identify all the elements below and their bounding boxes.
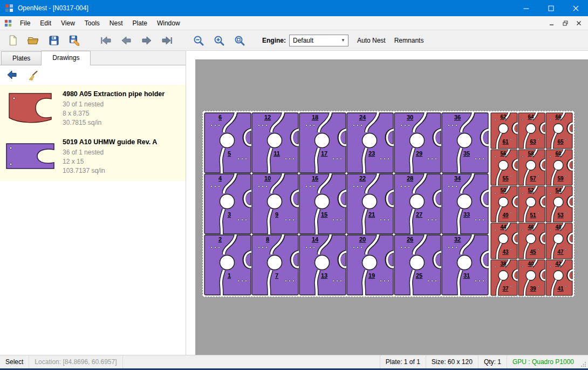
open-folder-icon — [27, 34, 40, 47]
clear-drawings-button[interactable] — [26, 68, 41, 83]
part-number: 57 — [530, 176, 536, 181]
drill-hole — [289, 280, 291, 282]
tab-plates[interactable]: Plates — [1, 51, 42, 65]
nest-canvas[interactable]: 6 5 12 11 18 17 24 23 30 29 36 — [195, 59, 588, 355]
nest-part-pair[interactable]: 54 53 — [545, 186, 573, 223]
nest-part-pair[interactable]: 38 37 — [490, 259, 518, 296]
nest-part-pair[interactable]: 24 23 — [346, 112, 394, 173]
auto-nest-button[interactable]: Auto Nest — [357, 37, 386, 44]
nest-part-pair[interactable]: 20 19 — [346, 234, 394, 295]
previous-plate-icon — [120, 35, 132, 46]
part-number: 24 — [359, 114, 366, 120]
nest-part-pair[interactable]: 26 25 — [394, 234, 441, 295]
part-number: 53 — [557, 212, 564, 218]
maximize-button[interactable] — [538, 0, 563, 16]
mdi-restore-button[interactable] — [559, 18, 571, 28]
nest-part-pair[interactable]: 56 55 — [490, 149, 518, 186]
nest-part-pair[interactable]: 62 61 — [490, 112, 518, 149]
nest-part-pair[interactable]: 30 29 — [394, 112, 441, 173]
resize-grip[interactable] — [579, 355, 588, 368]
drill-hole — [218, 186, 220, 187]
nest-part-pair[interactable]: 46 45 — [518, 223, 545, 259]
nest-part-pair[interactable]: 60 59 — [545, 149, 573, 186]
drill-hole — [289, 158, 291, 160]
nest-part-pair[interactable]: 44 43 — [490, 223, 518, 259]
mdi-document-icon — [4, 19, 12, 27]
save-as-button[interactable] — [66, 32, 83, 49]
import-arrow-icon — [5, 69, 18, 82]
last-plate-button[interactable] — [159, 32, 176, 49]
nest-part-pair[interactable]: 40 39 — [518, 259, 545, 296]
new-file-button[interactable] — [4, 32, 22, 49]
app-icon — [5, 4, 13, 12]
nest-part-pair[interactable]: 36 35 — [441, 112, 489, 173]
menu-edit[interactable]: Edit — [35, 17, 56, 29]
drill-hole — [495, 193, 496, 194]
zoom-in-button[interactable] — [210, 32, 228, 49]
nest-part-pair[interactable]: 16 15 — [299, 173, 346, 234]
drawing-list-item-2[interactable]: 5019 A10 UHMW guide Rev. A 36 of 1 neste… — [0, 133, 186, 181]
drill-hole — [384, 280, 386, 282]
menu-view[interactable]: View — [56, 17, 80, 29]
nest-part-pair[interactable]: 8 7 — [251, 234, 299, 295]
mdi-close-button[interactable] — [573, 18, 585, 28]
nest-part-pair[interactable]: 48 47 — [545, 223, 573, 259]
zoom-out-button[interactable] — [190, 32, 207, 49]
part-number: 13 — [321, 272, 327, 279]
drill-hole — [408, 125, 410, 126]
nest-part-pair[interactable]: 50 49 — [490, 186, 518, 223]
drill-hole — [293, 158, 295, 160]
drill-hole — [538, 212, 539, 213]
drill-hole — [510, 176, 511, 177]
menu-tools[interactable]: Tools — [80, 17, 105, 29]
save-button[interactable] — [45, 32, 63, 49]
mdi-minimize-button[interactable] — [546, 18, 558, 28]
drill-hole — [242, 280, 243, 282]
open-file-button[interactable] — [25, 32, 42, 49]
import-drawing-button[interactable] — [4, 68, 19, 83]
status-gpu: GPU : Quadro P1000 — [507, 355, 579, 368]
drill-hole — [448, 125, 450, 126]
menu-nest[interactable]: Nest — [105, 17, 128, 29]
nest-part-pair[interactable]: 32 31 — [441, 234, 489, 295]
nest-part-pair[interactable]: 42 41 — [545, 259, 573, 296]
tab-drawings[interactable]: Drawings — [41, 51, 91, 65]
nest-part-pair[interactable]: 22 21 — [346, 173, 394, 234]
nest-part-pair[interactable]: 58 57 — [518, 149, 545, 186]
drill-hole — [337, 280, 338, 282]
nest-part-pair[interactable]: 6 5 — [204, 112, 251, 173]
menu-plate[interactable]: Plate — [128, 17, 152, 29]
part-number: 51 — [530, 212, 536, 218]
engine-select[interactable]: Default ▼ — [289, 35, 348, 46]
drawing-list-item-1[interactable]: 4980 A05 Extraction pipe holder 30 of 1 … — [0, 85, 186, 133]
nest-part-pair[interactable]: 18 17 — [299, 112, 346, 173]
nest-part-pair[interactable]: 2 1 — [204, 234, 251, 295]
drill-hole — [357, 125, 359, 126]
nest-part-pair[interactable]: 28 27 — [394, 173, 441, 234]
nest-part-pair[interactable]: 34 33 — [441, 173, 489, 234]
drawing-thumbnail-1 — [3, 88, 57, 127]
nest-part-pair[interactable]: 12 11 — [251, 112, 299, 173]
nest-part-pair[interactable]: 10 9 — [251, 173, 299, 234]
minimize-button[interactable] — [514, 0, 538, 16]
drill-hole — [452, 125, 454, 126]
next-plate-button[interactable] — [138, 32, 155, 49]
drill-hole — [313, 186, 315, 187]
nest-part-pair[interactable]: 52 51 — [518, 186, 545, 223]
drill-hole — [215, 247, 216, 248]
menu-file[interactable]: File — [15, 17, 35, 29]
first-plate-button[interactable] — [97, 32, 114, 49]
nest-part-pair[interactable]: 64 63 — [518, 112, 545, 149]
remnants-button[interactable]: Remnants — [394, 37, 424, 44]
close-button[interactable] — [563, 0, 588, 16]
zoom-fit-icon — [233, 34, 246, 47]
nest-part-pair[interactable]: 14 13 — [299, 234, 346, 295]
nest-part-pair[interactable]: 4 3 — [204, 173, 251, 234]
zoom-fit-button[interactable] — [231, 32, 248, 49]
menu-window[interactable]: Window — [152, 17, 185, 29]
nest-part-pair[interactable]: 66 65 — [545, 112, 573, 149]
previous-plate-button[interactable] — [118, 32, 135, 49]
drill-hole — [495, 156, 496, 157]
plate[interactable]: 6 5 12 11 18 17 24 23 30 29 36 — [202, 111, 575, 297]
drill-hole — [522, 193, 523, 194]
